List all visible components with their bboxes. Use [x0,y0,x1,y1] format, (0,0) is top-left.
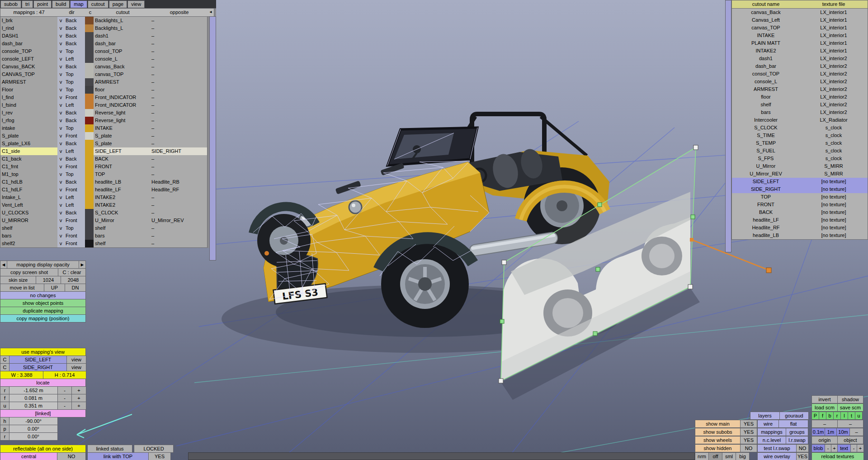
show-subobs-button[interactable]: show subobs [695,428,741,436]
cutout-row[interactable]: Intercooler LX_Radiator [732,116,868,124]
show-hidden-button[interactable]: show hidden [695,444,741,452]
cutout-row[interactable]: U_Mirror S_MIRR [732,162,868,171]
mapping-direction[interactable]: Back [64,140,85,148]
mapping-opposite[interactable]: – [150,201,208,209]
locked-button[interactable]: LOCKED [134,445,174,453]
mapping-cutout[interactable]: Front_INDICATOR [94,101,151,109]
mapping-name[interactable]: console_LEFT [0,55,58,63]
mapping-cutout[interactable]: BACK [94,155,151,163]
shadow-button[interactable]: shadow [837,395,863,403]
show-object-points-button[interactable]: show object points [0,299,86,307]
link-with-top-value-button[interactable]: YES [148,452,171,460]
plane-corner-handle[interactable] [502,260,506,265]
mapping-opposite[interactable]: – [150,140,208,148]
menu-item[interactable]: tri [22,0,33,8]
mapping-opposite[interactable]: – [150,78,208,86]
visibility-flag[interactable]: v [57,232,65,240]
projection-button[interactable]: l [840,412,848,420]
nc-level-button[interactable]: n.c.level [757,436,786,444]
grid-01m-button[interactable]: 0.1m [811,428,825,436]
mapping-name[interactable]: intake [0,124,58,133]
mapping-row[interactable]: CANVAS_TOP v Top canvas_TOP – [0,71,216,79]
mapping-direction[interactable]: Top [64,224,85,232]
cutout-name[interactable]: SIDE_LEFT [732,178,800,186]
mapping-row[interactable]: Floor v Top floor – [0,86,216,94]
mapping-opposite[interactable]: – [150,63,208,71]
cutout-name[interactable]: S_CLOCK [732,124,800,132]
visibility-flag[interactable]: v [57,178,65,186]
mapping-direction[interactable]: Top [64,47,85,56]
cutout-name[interactable]: shelf [732,101,800,109]
cutout-name[interactable]: bars [732,109,800,117]
mapping-row[interactable]: l_fsind v Left Front_INDICATOR – [0,101,216,109]
cutout-row[interactable]: S_FPS s_clock [732,155,868,163]
mapping-cutout[interactable]: U_Mirror [94,217,151,225]
texture-file[interactable]: s_clock [800,155,868,163]
projection-button[interactable]: f [819,412,826,420]
mapping-row[interactable]: console_LEFT v Left console_L – [0,55,216,63]
cutout-row[interactable]: S_FUEL s_clock [732,147,868,155]
mapping-cutout[interactable]: INTAKE2 [94,201,151,209]
view-side-right-button[interactable]: view [66,363,86,371]
plane-edge-handle[interactable] [691,215,695,219]
texture-file[interactable]: [no texture] [800,224,868,232]
texture-file[interactable]: LX_interior2 [800,78,868,86]
mapping-row[interactable]: dash_bar v Back dash_bar – [0,40,216,48]
mapping-name[interactable]: C1_frnt [0,163,58,171]
mapping-opposite[interactable]: – [150,24,208,33]
reflectable-button[interactable]: reflectable (all on one side) [0,445,86,453]
texture-file[interactable]: LX_interior1 [800,9,868,17]
mapping-direction[interactable]: Back [64,24,85,33]
show-wheels-button[interactable]: show wheels [695,436,741,444]
texture-file[interactable]: LX_interior1 [800,39,868,47]
visibility-flag[interactable]: v [57,240,65,248]
mapping-row[interactable]: bars v Front bars – [0,232,216,240]
mapping-cutout[interactable]: shelf [94,224,151,232]
mapping-cutout[interactable]: shelf [94,240,151,248]
mapping-name[interactable]: console_TOP [0,47,58,56]
cutout-row[interactable]: TOP [no texture] [732,193,868,201]
texture-file[interactable]: [no texture] [800,178,868,186]
cutout-row[interactable]: canvas_Back LX_interior1 [732,9,868,17]
mapping-opposite[interactable]: – [150,55,208,63]
mapping-row[interactable]: l_find v Front Front_INDICATOR – [0,94,216,102]
projection-button[interactable]: u [855,412,863,420]
mapping-cutout[interactable]: bars [94,232,151,240]
mapping-opposite[interactable]: – [150,232,208,240]
visibility-flag[interactable]: v [57,94,65,102]
wire-overlay-button[interactable]: wire overlay [757,452,797,460]
cutout-name[interactable]: SIDE_RIGHT [732,185,800,194]
mapping-direction[interactable]: Back [64,17,85,25]
mapping-opposite[interactable]: – [150,163,208,171]
cutout-name[interactable]: Intercooler [732,116,800,124]
cutout-row[interactable]: dash1 LX_interior2 [732,55,868,63]
invert-button[interactable]: invert [811,395,838,403]
cutout-row[interactable]: headlite_LB [no texture] [732,232,868,240]
texture-file[interactable]: s_clock [800,139,868,147]
mapping-cutout[interactable]: TOP [94,171,151,179]
menu-item[interactable]: map [70,0,87,8]
grid-10m-button[interactable]: 10m [836,428,850,436]
wire-overlay-value[interactable]: YES [796,452,809,460]
mapping-direction[interactable]: Front [64,240,85,248]
cutout-row[interactable]: FRONT [no texture] [732,201,868,209]
visibility-flag[interactable]: v [57,63,65,71]
visibility-flag[interactable]: v [57,163,65,171]
mapping-opposite[interactable]: – [150,47,208,56]
axis-value[interactable]: -1.652 m [9,386,58,394]
cutout-row[interactable]: ARMREST LX_interior2 [732,85,868,94]
texture-file[interactable]: LX_interior2 [800,85,868,94]
cutout-name[interactable]: consol_TOP [732,70,800,78]
mapping-row[interactable]: Canvas_BACK v Back canvas_Back – [0,63,216,71]
mapping-row[interactable]: C1_back v Back BACK – [0,155,216,163]
mapping-opposite[interactable]: Headlite_RB [150,178,208,186]
cutout-name[interactable]: console_L [732,78,800,86]
nrm-off-button[interactable]: off [708,452,722,460]
mapping-cutout[interactable]: dash_bar [94,40,151,48]
texture-file[interactable]: LX_interior2 [800,109,868,117]
gizmo-anchor[interactable] [690,238,693,242]
mapping-direction[interactable]: Back [64,63,85,71]
projection-button[interactable]: P [811,412,819,420]
plane-center-handle[interactable] [596,267,600,271]
texture-file[interactable]: LX_Radiator [800,116,868,124]
